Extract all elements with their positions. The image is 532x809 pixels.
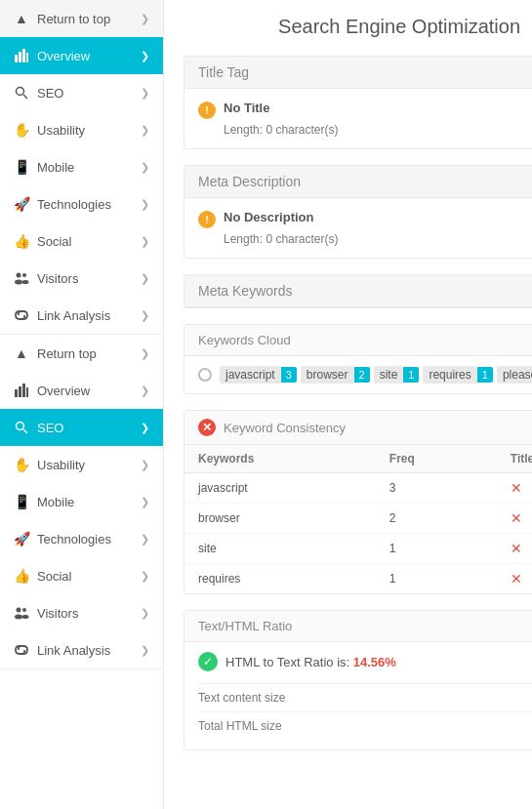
title-cell: ✕ [497, 473, 532, 504]
sidebar-item-tech-bottom[interactable]: 🚀 Technologies ❯ [0, 520, 163, 557]
title-tag-status: No Title [224, 101, 269, 115]
svg-point-18 [22, 608, 26, 612]
x-mark-icon: ✕ [511, 510, 522, 526]
ratio-info-row: ✓ HTML to Text Ratio is: 14.56% [198, 652, 532, 671]
group-icon-bottom [14, 605, 29, 621]
svg-line-5 [23, 95, 27, 99]
keywords-cloud-body: javascript 3 browser 2 site 1 requires 1 [184, 356, 532, 393]
col-header-freq: Freq [376, 445, 497, 473]
table-row: requires 1 ✕ [184, 564, 532, 594]
svg-line-15 [23, 429, 27, 433]
cloud-tags-container: javascript 3 browser 2 site 1 requires 1 [220, 366, 532, 384]
sidebar-item-visitors[interactable]: Visitors ❯ [0, 260, 163, 297]
sidebar-item-social-bottom[interactable]: 👍 Social ❯ [0, 557, 163, 594]
main-content: Search Engine Optimization Title Tag ! N… [164, 0, 532, 809]
freq-cell: 2 [376, 504, 497, 534]
sidebar-overview-bottom-label: Overview [37, 384, 90, 398]
sidebar: ▲ Return to top ❯ Overvi [0, 0, 164, 809]
svg-point-16 [17, 608, 21, 613]
ratio-stat-label: Total HTML size [198, 719, 282, 733]
title-cell: ✕ [497, 504, 532, 534]
rocket-icon-bottom: 🚀 [14, 531, 29, 546]
svg-rect-13 [26, 387, 28, 397]
sidebar-return-bottom-label: Return top [37, 346, 97, 361]
keyword-consistency-header: ✕ Keyword Consistency [184, 411, 532, 445]
chevron-right-icon-link-bottom: ❯ [141, 644, 149, 657]
svg-point-7 [15, 280, 22, 285]
cloud-tag-word: javascript [220, 366, 281, 384]
chevron-right-icon: ❯ [141, 13, 149, 25]
ratio-header: Text/HTML Ratio [184, 611, 532, 642]
arrow-up-icon-bottom: ▲ [14, 345, 29, 361]
sidebar-item-usability-bottom[interactable]: ✋ Usability ❯ [0, 446, 163, 483]
hand-icon-bottom: ✋ [14, 457, 29, 472]
sidebar-item-seo[interactable]: SEO ❯ [0, 74, 163, 111]
cloud-tag-count: 1 [477, 367, 493, 383]
freq-cell: 3 [376, 473, 497, 504]
chart-icon [14, 48, 29, 63]
sidebar-link-analysis-label: Link Analysis [37, 308, 110, 323]
chevron-right-icon-mobile-bottom: ❯ [141, 496, 149, 508]
keywords-cloud-header: Keywords Cloud [184, 325, 532, 356]
ratio-stats: Text content size 120 bytes Total HTML s… [198, 683, 532, 740]
table-row: javascript 3 ✕ [184, 473, 532, 504]
table-row: site 1 ✕ [184, 534, 532, 564]
svg-point-19 [22, 615, 29, 619]
sidebar-social-label: Social [37, 234, 71, 249]
error-icon-consistency: ✕ [198, 419, 216, 436]
chevron-right-icon-return-bottom: ❯ [141, 347, 149, 360]
sidebar-return-bottom[interactable]: ▲ Return top ❯ [0, 335, 163, 372]
keyword-consistency-title: Keyword Consistency [224, 421, 346, 435]
sidebar-item-overview-bottom[interactable]: Overview ❯ [0, 372, 163, 409]
keyword-cell: javascript [184, 473, 376, 504]
sidebar-item-link-bottom[interactable]: Link Analysis ❯ [0, 631, 163, 668]
chevron-right-icon-visitors: ❯ [141, 272, 149, 285]
sidebar-item-mobile-bottom[interactable]: 📱 Mobile ❯ [0, 483, 163, 520]
svg-point-9 [22, 280, 29, 284]
search-icon-bottom [14, 420, 29, 435]
chevron-right-icon-overview: ❯ [141, 50, 149, 62]
page-title: Search Engine Optimization [184, 16, 532, 38]
sidebar-link-bottom-label: Link Analysis [37, 643, 110, 658]
sidebar-usability-bottom-label: Usability [37, 458, 85, 472]
ratio-body: ✓ HTML to Text Ratio is: 14.56% Text con… [184, 642, 532, 749]
svg-point-6 [17, 273, 21, 278]
sidebar-return-top[interactable]: ▲ Return to top ❯ [0, 0, 163, 37]
chevron-right-icon-mobile: ❯ [141, 161, 149, 174]
x-mark-icon: ✕ [511, 571, 522, 587]
mobile-icon: 📱 [14, 159, 29, 175]
sidebar-item-link-analysis[interactable]: Link Analysis ❯ [0, 297, 163, 334]
chevron-right-icon-social: ❯ [141, 235, 149, 248]
rocket-icon: 🚀 [14, 196, 29, 212]
col-header-title: Title [497, 445, 532, 473]
keyword-consistency-section: ✕ Keyword Consistency Keywords Freq Titl… [184, 410, 532, 594]
sidebar-item-mobile[interactable]: 📱 Mobile ❯ [0, 148, 163, 185]
sidebar-item-technologies[interactable]: 🚀 Technologies ❯ [0, 185, 163, 222]
ratio-stat-row: Total HTML size 824 bytes [198, 712, 532, 740]
chevron-right-icon-link: ❯ [141, 309, 149, 322]
success-icon: ✓ [198, 652, 218, 671]
sidebar-seo-label: SEO [37, 86, 63, 101]
cloud-tag-browser: browser 2 [301, 366, 370, 384]
cloud-tag-count: 2 [354, 367, 370, 383]
chevron-right-icon-seo-bottom: ❯ [141, 422, 149, 434]
arrow-up-icon: ▲ [14, 11, 29, 26]
sidebar-tech-bottom-label: Technologies [37, 532, 111, 546]
chevron-right-icon-social-bottom: ❯ [141, 570, 149, 583]
svg-point-4 [17, 88, 24, 96]
sidebar-item-visitors-bottom[interactable]: Visitors ❯ [0, 594, 163, 631]
ratio-stat-row: Text content size 120 bytes [198, 684, 532, 712]
chart-icon-bottom [14, 383, 29, 398]
cloud-tag-count: 1 [403, 367, 419, 383]
freq-cell: 1 [376, 534, 497, 564]
sidebar-item-usability[interactable]: ✋ Usability ❯ [0, 111, 163, 148]
cloud-tag-site: site 1 [374, 366, 420, 384]
meta-keywords-header: Meta Keywords [184, 275, 532, 307]
sidebar-item-social[interactable]: 👍 Social ❯ [0, 222, 163, 260]
sidebar-overview-label: Overview [37, 49, 90, 63]
cloud-tag-please: please 1 [497, 366, 532, 384]
keyword-cell: requires [184, 564, 376, 594]
x-mark-icon: ✕ [511, 541, 522, 556]
sidebar-item-overview[interactable]: Overview ❯ [0, 37, 163, 74]
sidebar-item-seo-bottom[interactable]: SEO ❯ [0, 409, 163, 446]
